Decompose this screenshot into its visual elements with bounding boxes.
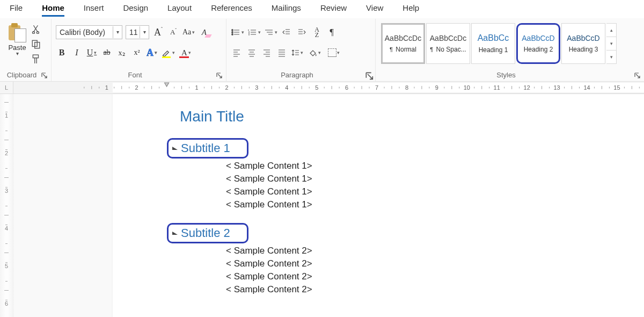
align-left-button[interactable] [231,46,243,59]
svg-text:12: 12 [524,84,530,91]
menu-tab-insert[interactable]: Insert [74,1,114,16]
bold-button[interactable]: B [56,46,68,59]
dialog-launcher-styles[interactable] [634,72,641,78]
line-spacing-button[interactable]: ▾ [291,46,303,59]
paste-button[interactable]: Paste ▾ [4,21,30,56]
doc-title[interactable]: Main Title [180,108,644,125]
justify-button[interactable] [276,46,288,59]
grow-font-button[interactable]: Aˆ [152,26,164,39]
menu-tab-file[interactable]: File [0,1,32,16]
italic-button[interactable]: I [71,46,83,59]
change-case-button[interactable]: Aa▾ [182,26,195,39]
doc-paragraph[interactable]: < Sample Content 1> [226,186,644,197]
style-sample: AaBbCcDc [430,34,466,42]
multilevel-list-button[interactable]: ▾ [264,26,277,39]
dialog-launcher-clipboard[interactable] [41,72,48,78]
borders-button[interactable]: ▾ [326,46,342,59]
dialog-launcher-font[interactable] [216,72,223,78]
style-normal[interactable]: AaBbCcDc¶ Normal [381,23,425,64]
strikethrough-button[interactable]: ab [101,46,113,59]
sort-button[interactable]: A Z [311,26,323,39]
vertical-ruler[interactable]: 123456 [0,94,13,317]
vruler-number: 4 [0,225,13,232]
svg-text:3: 3 [255,84,258,91]
doc-paragraph[interactable]: < Sample Content 2> [226,271,644,282]
paint-bucket-icon [309,48,317,57]
copy-button[interactable] [31,39,41,49]
numbering-button[interactable]: ▾ [247,26,261,39]
highlight-button[interactable]: ▾ [161,46,175,59]
doc-paragraph[interactable]: < Sample Content 2> [226,284,644,295]
shrink-font-button[interactable]: Aˇ [167,26,179,39]
group-clipboard: Paste ▾ Clipboard [0,19,52,81]
vruler-number: 6 [0,300,13,307]
group-font: Calibri (Body) ▾ 11 ▾ Aˆ Aˇ Aa▾ A B I U▾… [52,19,226,81]
doc-paragraph[interactable]: < Sample Content 1> [226,161,644,171]
decrease-indent-button[interactable] [281,26,292,39]
doc-paragraph[interactable]: < Sample Content 2> [226,258,644,269]
menu-tab-design[interactable]: Design [113,1,158,16]
style-sample: AaBbCcD [567,34,599,42]
doc-paragraph[interactable]: < Sample Content 1> [226,174,644,184]
format-painter-button[interactable] [31,54,41,64]
svg-text:5: 5 [315,84,318,91]
font-name-combo[interactable]: Calibri (Body) ▾ [56,25,122,39]
shading-button[interactable]: ▾ [306,46,323,59]
style-name: Heading 3 [569,46,598,53]
font-name-value: Calibri (Body) [56,28,113,37]
document-page[interactable]: Main TitleSubtitle 1< Sample Content 1><… [113,94,644,317]
style-name: Heading 1 [479,46,508,54]
styles-scroll-down[interactable]: ▾ [606,37,616,51]
increase-indent-button[interactable] [296,26,308,39]
heading2-row[interactable]: Subtitle 1 [170,141,644,155]
align-right-button[interactable] [261,46,273,59]
doc-subtitle[interactable]: Subtitle 1 [181,141,230,155]
align-center-button[interactable] [246,46,258,59]
horizontal-ruler[interactable]: 21123456789101112131415 [13,82,644,93]
text-effects-button[interactable]: A▾ [146,46,158,59]
doc-subtitle[interactable]: Subtitle 2 [181,226,230,240]
font-size-combo[interactable]: 11 ▾ [126,25,149,39]
svg-text:9: 9 [435,84,438,91]
heading2-row[interactable]: Subtitle 2 [170,226,644,240]
dialog-launcher-paragraph[interactable] [365,72,372,78]
cut-button[interactable] [31,24,41,34]
menu-tab-home[interactable]: Home [32,1,74,16]
chevron-down-icon[interactable]: ▾ [140,26,149,38]
group-styles: AaBbCcDc¶ NormalAaBbCcDc¶ No Spac...AaBb… [376,19,644,81]
doc-paragraph[interactable]: < Sample Content 1> [226,199,644,210]
menu-tab-mailings[interactable]: Mailings [262,1,311,16]
menu-tab-view[interactable]: View [356,1,393,16]
svg-text:7: 7 [375,84,378,91]
menu-tab-layout[interactable]: Layout [158,1,201,16]
styles-gallery: AaBbCcDc¶ NormalAaBbCcDc¶ No Spac...AaBb… [380,22,606,65]
underline-button[interactable]: U▾ [86,46,98,59]
style-heading-3[interactable]: AaBbCcD Heading 3 [561,23,605,64]
menu-tab-help[interactable]: Help [393,1,429,16]
show-marks-button[interactable]: ¶ [326,26,338,39]
subscript-button[interactable]: x₂ [116,46,128,59]
menu-tab-references[interactable]: References [201,1,262,16]
group-label-clipboard: Clipboard [0,69,43,81]
group-label-styles: Styles [376,69,636,81]
chevron-down-icon[interactable]: ▾ [16,52,19,56]
styles-scroll-up[interactable]: ▴ [606,24,616,37]
clear-formatting-button[interactable]: A [198,26,210,39]
document-viewport[interactable]: Main TitleSubtitle 1< Sample Content 1><… [13,94,644,317]
bullets-button[interactable]: ▾ [231,26,244,39]
superscript-button[interactable]: x² [131,46,143,59]
styles-expand[interactable]: ▾ [606,51,616,63]
style-heading-2[interactable]: AaBbCcD Heading 2 [516,23,560,64]
svg-text:4: 4 [285,84,288,91]
font-color-button[interactable]: A ▾ [178,46,194,59]
style-heading-1[interactable]: AaBbCc Heading 1 [471,23,515,64]
collapse-handle-icon[interactable] [172,147,178,150]
chevron-down-icon[interactable]: ▾ [113,26,122,38]
svg-point-6 [232,32,233,33]
menu-tab-review[interactable]: Review [311,1,356,16]
svg-text:14: 14 [583,84,590,91]
doc-paragraph[interactable]: < Sample Content 2> [226,246,644,256]
collapse-handle-icon[interactable] [172,232,178,235]
style-no-spac-[interactable]: AaBbCcDc¶ No Spac... [426,23,470,64]
tab-selector[interactable]: L [0,82,13,93]
